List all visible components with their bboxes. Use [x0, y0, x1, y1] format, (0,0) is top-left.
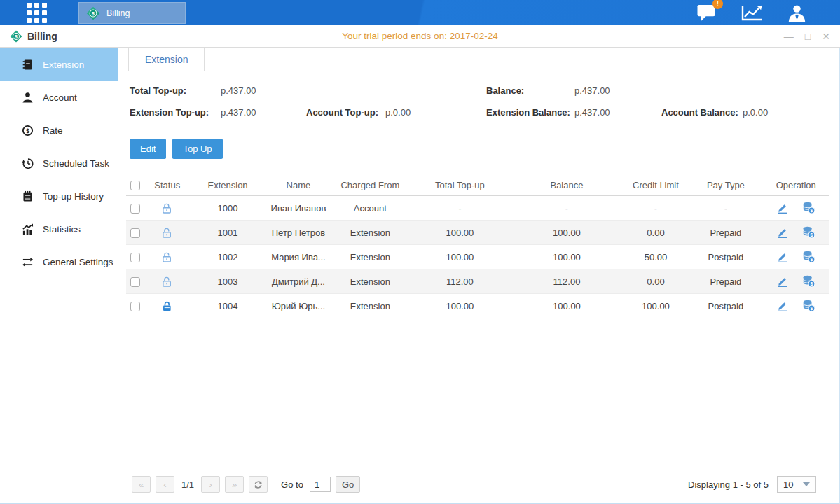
table-row: 1002 Мария Ива... Extension 100.00 100.0… — [126, 245, 829, 270]
charged-from: Account — [331, 196, 408, 220]
svg-text:$: $ — [26, 127, 30, 134]
balance-value: p.437.00 — [574, 85, 661, 96]
edit-extension-button[interactable] — [777, 276, 788, 287]
row-checkbox[interactable] — [130, 277, 140, 287]
app-menu-icon[interactable] — [26, 2, 47, 23]
rate-icon: $ — [22, 125, 34, 136]
svg-text:$: $ — [92, 10, 95, 16]
row-checkbox[interactable] — [130, 228, 140, 238]
top-up-button[interactable]: Top Up — [172, 139, 222, 159]
prev-page-button[interactable]: ‹ — [156, 476, 174, 493]
status-cell — [144, 270, 190, 294]
next-page-button[interactable]: › — [201, 476, 220, 493]
status-cell — [144, 220, 190, 245]
goto-label: Go to — [281, 479, 303, 490]
edit-extension-button[interactable] — [777, 300, 788, 312]
extension-topup-label: Extension Top-up: — [130, 107, 221, 118]
account-topup-value: p.0.00 — [385, 107, 486, 118]
topup-extension-button[interactable]: $ — [802, 226, 815, 239]
sidebar-item-statistics[interactable]: Statistics — [0, 213, 118, 246]
extension-number: 1001 — [190, 220, 265, 245]
last-page-button[interactable]: » — [225, 476, 244, 493]
credit-limit: - — [623, 196, 689, 220]
balance: 100.00 — [511, 245, 623, 270]
extension-name: Иван Иванов — [266, 196, 331, 220]
coins-icon: $ — [802, 202, 815, 214]
messages-button[interactable]: ! — [696, 4, 717, 22]
table-row: 1004 Юрий Юрь... Extension 100.00 100.00… — [126, 294, 829, 318]
scheduled-task-icon — [22, 158, 34, 169]
notification-badge: ! — [712, 0, 723, 9]
sidebar-item-general-settings[interactable]: General Settings — [0, 246, 118, 279]
coins-icon: $ — [802, 300, 815, 312]
page-size-value: 10 — [783, 479, 793, 490]
status-unlocked-icon — [161, 202, 173, 214]
pencil-icon — [777, 202, 788, 214]
credit-limit: 50.00 — [623, 245, 689, 270]
go-button[interactable]: Go — [336, 476, 360, 493]
col-name: Name — [266, 174, 331, 196]
topup-extension-button[interactable]: $ — [802, 202, 815, 214]
total-topup-label: Total Top-up: — [130, 85, 221, 96]
main-panel: Extension Total Top-up: p.437.00 Balance… — [118, 48, 839, 503]
balance-label: Balance: — [486, 85, 574, 96]
status-cell — [144, 196, 190, 220]
close-button[interactable]: ✕ — [822, 31, 830, 41]
topup-extension-button[interactable]: $ — [802, 275, 815, 288]
sidebar-item-label: Account — [43, 92, 77, 103]
minimize-button[interactable]: — — [784, 31, 794, 41]
taskbar-billing-tab[interactable]: $ Billing — [78, 2, 186, 24]
col-balance: Balance — [511, 174, 623, 196]
account-topup-label: Account Top-up: — [306, 107, 385, 118]
sidebar-item-rate[interactable]: $ Rate — [0, 114, 118, 147]
edit-extension-button[interactable] — [777, 202, 788, 214]
balance: 100.00 — [511, 294, 623, 318]
edit-extension-button[interactable] — [777, 227, 788, 238]
displaying-text: Displaying 1 - 5 of 5 — [688, 479, 769, 490]
topup-extension-button[interactable]: $ — [802, 300, 815, 312]
sidebar-item-scheduled-task[interactable]: Scheduled Task — [0, 147, 118, 180]
extension-name: Юрий Юрь... — [266, 294, 331, 318]
edit-extension-button[interactable] — [777, 251, 788, 262]
sidebar-item-account[interactable]: Account — [0, 81, 118, 114]
refresh-icon — [253, 479, 263, 490]
page-size-select[interactable]: 10 — [777, 476, 816, 493]
extension-number: 1003 — [190, 270, 265, 294]
sidebar-item-topup-history[interactable]: Top-up History — [0, 180, 118, 213]
row-checkbox[interactable] — [130, 302, 140, 312]
total-topup: 100.00 — [409, 245, 511, 270]
pencil-icon — [777, 251, 788, 262]
account-icon — [22, 92, 34, 104]
extension-table-body: 1000 Иван Иванов Account - - - - — [126, 196, 829, 318]
extension-balance-value: p.437.00 — [574, 107, 661, 118]
status-locked-icon — [161, 300, 173, 312]
edit-button[interactable]: Edit — [130, 139, 166, 159]
pay-type: - — [689, 196, 762, 220]
goto-page-input[interactable] — [310, 477, 331, 492]
select-all-checkbox[interactable] — [130, 181, 140, 190]
refresh-button[interactable] — [249, 476, 268, 493]
maximize-button[interactable]: □ — [805, 31, 811, 41]
topup-extension-button[interactable]: $ — [802, 251, 815, 263]
sidebar-nav: Extension Account $ Rate — [0, 48, 118, 503]
user-account-button[interactable] — [787, 4, 806, 22]
table-row: 1003 Дмитрий Д... Extension 112.00 112.0… — [126, 270, 829, 294]
balance: 112.00 — [511, 270, 623, 294]
table-row: 1000 Иван Иванов Account - - - - — [126, 196, 829, 220]
billing-app-icon: $ — [86, 6, 100, 20]
pagination-bar: « ‹ 1/1 › » Go to Go Displaying — [118, 470, 839, 503]
resource-monitor-button[interactable] — [741, 4, 764, 22]
charged-from: Extension — [331, 220, 408, 245]
row-checkbox[interactable] — [130, 253, 140, 262]
status-unlocked-icon — [161, 251, 173, 263]
total-topup: - — [409, 196, 511, 220]
extension-name: Петр Петров — [266, 220, 331, 245]
status-cell — [144, 245, 190, 270]
tab-extension[interactable]: Extension — [128, 48, 205, 71]
sidebar-item-extension[interactable]: Extension — [0, 48, 118, 81]
sidebar-item-label: Statistics — [43, 224, 81, 234]
first-page-button[interactable]: « — [132, 476, 151, 493]
svg-text:$: $ — [810, 232, 813, 238]
row-checkbox[interactable] — [130, 204, 140, 214]
taskbar-tab-label: Billing — [106, 8, 130, 18]
